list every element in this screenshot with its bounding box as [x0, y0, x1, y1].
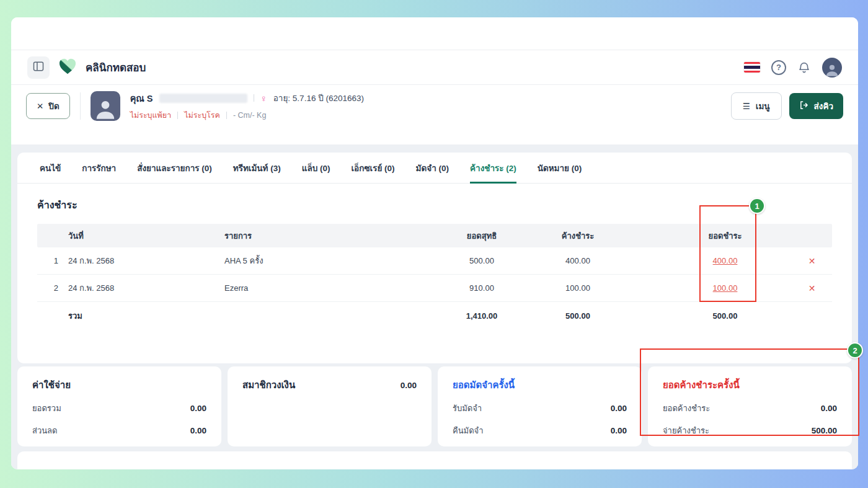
deposit-card: ยอดมัดจำครั้งนี้ รับมัดจำ 0.00 คืนมัดจำ …	[438, 366, 642, 446]
total-paid: 500.00	[627, 311, 792, 321]
header-left: คลินิกทดสอบ	[27, 56, 146, 79]
table-header-row: วันที่ รายการ ยอดสุทธิ ค้างชำระ ยอดชำระ	[37, 224, 832, 247]
patient-name-redacted	[159, 94, 247, 103]
row-date: 24 ก.พ. 2568	[62, 254, 217, 267]
col-due: ค้างชำระ	[528, 229, 627, 242]
table-total-row: รวม 1,410.00 500.00 500.00	[37, 302, 832, 329]
overdue-pay-value: 500.00	[812, 426, 837, 435]
total-net: 1,410.00	[435, 311, 528, 321]
overdue-payment-card: ยอดค้างชำระครั้งนี้ ยอดค้างชำระ 0.00 จ่า…	[648, 366, 852, 446]
app-window: คลินิกทดสอบ ?	[0, 0, 868, 488]
paid-amount-link[interactable]: 400.00	[713, 256, 738, 265]
menu-button[interactable]: ☰ เมนู	[731, 92, 782, 120]
text-divider	[226, 112, 227, 119]
female-gender-icon: ♀	[260, 94, 267, 103]
patient-avatar	[91, 91, 120, 121]
summary-cards-row: ค่าใช้จ่าย ยอดรวม 0.00 ส่วนลด 0.00 สมาชิ…	[17, 366, 852, 446]
row-date: 24 ก.พ. 2568	[62, 282, 217, 295]
overdue-balance-value: 0.00	[821, 404, 837, 413]
col-paid: ยอดชำระ	[627, 229, 792, 242]
patient-age: อายุ: 5.7.16 ปี (6201663)	[273, 91, 364, 105]
section-title: ค้างชำระ	[37, 197, 832, 213]
member-credit-title: สมาชิกวงเงิน	[242, 378, 295, 393]
row-number: 1	[37, 256, 62, 265]
tab-deposit[interactable]: มัดจำ (0)	[416, 153, 449, 184]
menu-label: เมนู	[756, 99, 770, 113]
close-patient-button[interactable]: ✕ ปิด	[26, 93, 70, 119]
vertical-divider	[80, 92, 81, 120]
deposit-receive-label: รับมัดจำ	[453, 402, 482, 415]
app-header: คลินิกทดสอบ ?	[11, 50, 858, 85]
row-due: 400.00	[528, 256, 627, 265]
language-flag-icon[interactable]	[744, 62, 760, 73]
send-queue-label: ส่งคิว	[814, 99, 833, 113]
text-divider	[177, 112, 178, 119]
top-strip	[11, 17, 858, 50]
tab-treatments-count[interactable]: ทรีทเม้นท์ (3)	[233, 153, 281, 184]
delete-icon[interactable]: ✕	[808, 283, 816, 293]
member-credit-value: 0.00	[401, 381, 417, 390]
user-avatar[interactable]	[822, 58, 842, 78]
row-number: 2	[37, 283, 62, 293]
overdue-section: ค้างชำระ วันที่ รายการ ยอดสุทธิ ค้างชำระ…	[17, 184, 852, 329]
disease-status: ไม่ระบุโรค	[184, 109, 220, 122]
sidebar-toggle-button[interactable]	[27, 56, 50, 79]
overdue-card-title: ยอดค้างชำระครั้งนี้	[663, 378, 837, 393]
expense-discount-label: ส่วนลด	[32, 424, 58, 437]
total-label: รวม	[62, 309, 217, 322]
row-item: AHA 5 ครั้ง	[217, 254, 435, 267]
paid-amount-link[interactable]: 100.00	[713, 283, 738, 293]
text-divider	[254, 94, 254, 102]
tab-appointment[interactable]: นัดหมาย (0)	[538, 153, 582, 184]
total-due: 500.00	[528, 311, 627, 321]
expense-discount-value: 0.00	[190, 426, 206, 435]
close-label: ปิด	[48, 99, 59, 113]
footer-strip	[17, 451, 852, 469]
expense-card: ค่าใช้จ่าย ยอดรวม 0.00 ส่วนลด 0.00	[17, 366, 221, 446]
row-due: 100.00	[528, 283, 627, 293]
patient-name: คุณ S	[130, 91, 153, 105]
tab-orders[interactable]: สั่งยาและรายการ (0)	[137, 153, 212, 184]
menu-icon: ☰	[743, 101, 750, 111]
row-net: 910.00	[435, 283, 528, 293]
body-measure: - Cm/- Kg	[233, 111, 266, 120]
deposit-return-value: 0.00	[611, 426, 627, 435]
overdue-balance-label: ยอดค้างชำระ	[663, 402, 710, 415]
patient-line-1: คุณ S ♀ อายุ: 5.7.16 ปี (6201663)	[130, 91, 364, 105]
tab-overdue[interactable]: ค้างชำระ (2)	[470, 153, 516, 184]
patient-bar: ✕ ปิด คุณ S ♀ อายุ: 5.7.16 ปี (6201663)	[11, 85, 858, 127]
clinic-logo-icon	[58, 58, 77, 78]
expense-total-label: ยอดรวม	[32, 402, 61, 415]
member-credit-card: สมาชิกวงเงิน 0.00	[228, 366, 432, 446]
overdue-table: วันที่ รายการ ยอดสุทธิ ค้างชำระ ยอดชำระ …	[37, 224, 832, 329]
patient-actions: ☰ เมนู ส่งคิว	[731, 92, 843, 120]
main-canvas: คลินิกทดสอบ ?	[11, 17, 858, 469]
expense-total-value: 0.00	[190, 404, 206, 413]
patient-info: คุณ S ♀ อายุ: 5.7.16 ปี (6201663) ไม่ระบ…	[130, 91, 364, 122]
header-right: ?	[744, 58, 842, 78]
allergy-status: ไม่ระบุแพ้ยา	[130, 109, 172, 122]
table-row: 2 24 ก.พ. 2568 Ezerra 910.00 100.00 100.…	[37, 275, 832, 302]
table-row: 1 24 ก.พ. 2568 AHA 5 ครั้ง 500.00 400.00…	[37, 247, 832, 275]
tab-patient[interactable]: คนไข้	[40, 153, 61, 184]
row-net: 500.00	[435, 256, 528, 265]
deposit-receive-value: 0.00	[611, 404, 627, 413]
tab-treatment[interactable]: การรักษา	[82, 153, 116, 184]
help-icon[interactable]: ?	[771, 60, 786, 75]
col-net: ยอดสุทธิ	[435, 229, 528, 242]
notification-bell-icon[interactable]	[797, 61, 811, 74]
sidebar-toggle-icon	[32, 60, 45, 74]
send-queue-button[interactable]: ส่งคิว	[789, 93, 843, 119]
col-item: รายการ	[217, 229, 435, 242]
patient-detail-card: คนไข้ การรักษา สั่งยาและรายการ (0) ทรีทเ…	[17, 153, 852, 363]
delete-icon[interactable]: ✕	[808, 256, 816, 266]
content-area: คนไข้ การรักษา สั่งยาและรายการ (0) ทรีทเ…	[11, 144, 858, 469]
clinic-name: คลินิกทดสอบ	[86, 59, 146, 76]
tab-xray[interactable]: เอ็กซเรย์ (0)	[352, 153, 395, 184]
overdue-pay-label: จ่ายค้างชำระ	[663, 424, 709, 437]
expense-card-title: ค่าใช้จ่าย	[32, 378, 206, 393]
close-icon: ✕	[37, 101, 43, 111]
col-date: วันที่	[62, 229, 217, 242]
deposit-card-title: ยอดมัดจำครั้งนี้	[453, 378, 627, 393]
tab-lab[interactable]: แล็บ (0)	[302, 153, 330, 184]
